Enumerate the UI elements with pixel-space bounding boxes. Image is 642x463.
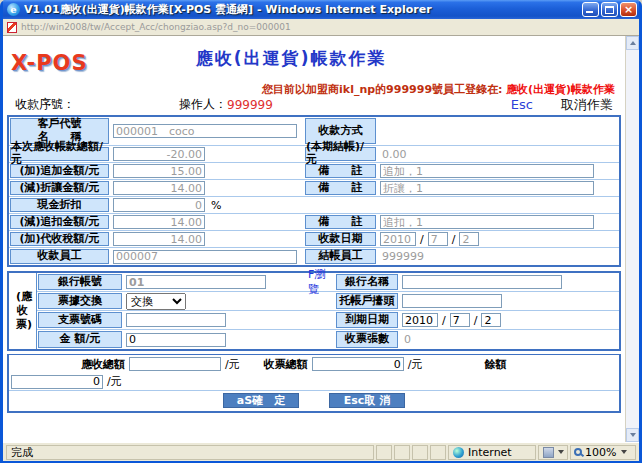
esc-link[interactable]: Esc [511,97,533,112]
browser-viewport: X-POS 應收(出運貨)帳款作業 您目前以加盟商ikl_np的999999號員… [3,36,639,442]
cancel-operation-link[interactable]: 取消作業 [561,96,613,114]
pos-page: X-POS 應收(出運貨)帳款作業 您目前以加盟商ikl_np的999999號員… [3,36,625,442]
bank-name-label: 銀行名稱 [336,274,398,290]
due-date-year-input[interactable] [402,313,438,327]
payee-title-input[interactable] [402,294,502,308]
status-text-panel: 完成 [6,445,374,460]
maximize-button[interactable] [601,2,618,17]
pay-method-value [377,117,619,145]
window-title: V1.01應收(出運貨)帳款作業[X-POS 雲通網] - Windows In… [24,2,580,17]
totals-section: 應收總額 /元 收票總額 /元 餘額 /元 aS確 定 Esc取 消 [7,354,621,413]
receivable-total-label: 應收總額 [81,357,125,372]
status-panel [376,445,392,460]
due-date-day-input[interactable] [481,313,501,327]
page-header: X-POS 應收(出運貨)帳款作業 [7,36,621,82]
vertical-scrollbar[interactable] [625,36,639,442]
scroll-down-icon [630,433,636,437]
xpos-logo: X-POS [11,51,88,75]
status-text: 完成 [11,445,33,460]
page-title: 應收(出運貨)帳款作業 [196,47,387,70]
unit-label: /元 [107,374,122,389]
tax-amount-input[interactable] [113,232,205,246]
table-row: (加)追加金額/元 備 註 [9,163,619,180]
ie-icon: e [7,3,20,16]
status-panel [394,445,410,460]
cheque-amount-input[interactable] [126,333,226,347]
settle-staff-label: 結帳員工 [305,249,376,264]
receipt-date-month-input[interactable] [428,232,448,246]
login-notice-page: 應收(出運貨)帳款作業 [506,83,615,96]
table-row: 收款員工 結帳員工 999999 [9,248,619,265]
confirm-button[interactable]: aS確 定 [223,393,299,408]
total-due-label: 本次應收帳款總額/元 [10,147,109,161]
remark3-input[interactable] [380,215,594,229]
table-row: 現金折扣 % [9,197,619,214]
remark2-input[interactable] [380,181,594,195]
balance-label: 餘額 [484,357,506,372]
date-separator: / [474,314,478,327]
receivable-total-input[interactable] [129,357,221,371]
balance-row: /元 [9,373,619,390]
cheque-number-input[interactable] [126,313,226,327]
balance-input[interactable] [11,375,103,389]
collector-input[interactable] [113,250,297,264]
scroll-up-icon [630,41,636,45]
dropdown-arrow-icon [558,450,564,454]
discount-amount-input[interactable] [113,181,205,195]
login-notice: 您目前以加盟商ikl_np的999999號員工登錄在: 應收(出運貨)帳款作業 [7,82,621,96]
deduct-amount-input[interactable] [113,215,205,229]
status-bar: 完成 Internet 100% [3,442,639,461]
due-date-month-input[interactable] [450,313,470,327]
receipt-date-day-input[interactable] [459,232,479,246]
cheque-count-value: 0 [402,333,411,346]
table-row: 金 額/元 收票張數 0 [37,330,619,349]
bank-name-input[interactable] [402,275,562,289]
percent-sign: % [211,199,221,212]
tax-amount-label: (加)代收稅額/元 [10,232,109,246]
remark1-input[interactable] [380,164,594,178]
cheque-number-label: 支票號碼 [38,312,122,328]
remark2-label: 備 註 [305,181,376,195]
date-separator: / [442,314,446,327]
table-row: 本次應收帳款總額/元 (本期結帳)/元 0.00 [9,146,619,163]
table-row: (減)折讓金額/元 備 註 [9,180,619,197]
bank-account-input[interactable] [126,275,266,289]
cheque-total-label: 收票總額 [264,357,308,372]
internet-zone-panel: Internet [448,445,536,460]
globe-icon [453,447,464,458]
address-bar[interactable]: http://win2008/tw/Accept_Acc/chongziao.a… [3,19,639,36]
table-row: 票據交換 交換 托帳戶擡頭 [37,292,619,311]
collector-label: 收款員工 [10,249,109,264]
payee-title-label: 托帳戶擡頭 [336,293,398,309]
status-panel [430,445,446,460]
scroll-down-button[interactable] [626,428,639,442]
table-row: 銀行帳號 F瀏覽 銀行名稱 [37,273,619,292]
login-notice-prefix: 您目前以加盟商ikl_np的999999號員工登錄在: [262,83,502,96]
exchange-select[interactable]: 交換 [126,293,186,310]
receipt-serial-label: 收款序號： [15,96,75,113]
cash-discount-label: 現金折扣 [10,198,109,212]
zoom-control[interactable]: 100% [570,445,636,460]
cheque-count-label: 收票張數 [336,331,398,348]
window-titlebar[interactable]: e V1.01應收(出運貨)帳款作業[X-POS 雲通網] - Windows … [3,0,639,19]
scroll-up-button[interactable] [626,36,639,50]
meta-row: 收款序號： 操作人： 999999 Esc 取消作業 [7,96,621,113]
unit-label: /元 [408,357,423,372]
customer-input[interactable] [113,124,297,138]
remark1-label: 備 註 [305,164,376,178]
main-form-table: 客戶代號 名 稱 收款方式 本次應收帳款總額/元 (本期結帳)/元 0.00 (… [7,115,621,267]
table-row: (減)追扣金額/元 備 註 [9,214,619,231]
minimize-button[interactable] [582,2,599,17]
protected-mode-panel[interactable] [538,445,568,460]
minimize-icon [586,11,593,13]
cash-discount-input[interactable] [113,198,205,212]
operator-label: 操作人： [179,96,227,113]
cancel-button[interactable]: Esc取 消 [329,393,405,408]
close-button[interactable]: × [620,2,637,17]
address-url[interactable]: http://win2008/tw/Accept_Acc/chongziao.a… [21,22,291,32]
cheque-total-input[interactable] [312,357,404,371]
receipt-date-year-input[interactable] [380,232,416,246]
add-amount-label: (加)追加金額/元 [10,164,109,178]
total-due-input[interactable] [113,147,205,161]
add-amount-input[interactable] [113,164,205,178]
